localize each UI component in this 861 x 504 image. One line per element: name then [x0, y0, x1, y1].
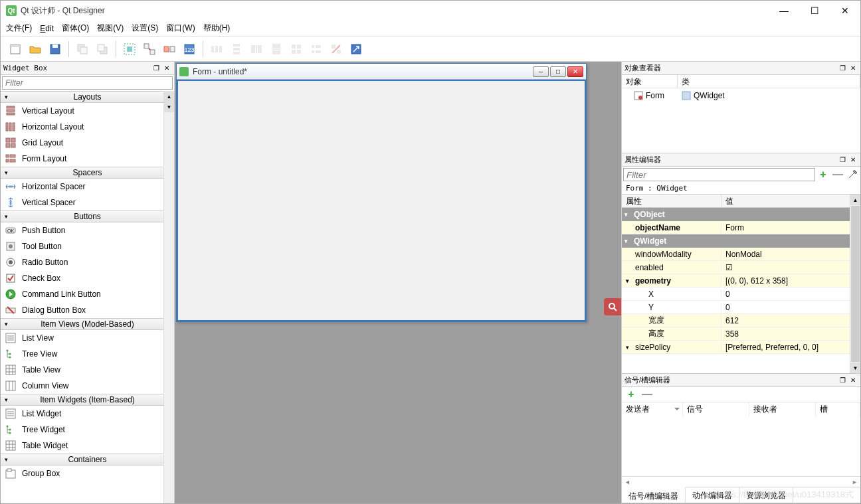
menu-edit[interactable]: Edit: [40, 24, 54, 33]
edit-widgets-icon[interactable]: [120, 40, 139, 58]
menu-form[interactable]: 窗体(O): [62, 23, 89, 34]
scrollbar[interactable]: ▲ ▼: [850, 195, 860, 373]
property-row[interactable]: 高度358: [622, 327, 850, 341]
col-signal[interactable]: 信号: [683, 402, 749, 417]
widget-item[interactable]: List View: [1, 330, 163, 346]
menu-file[interactable]: 文件(F): [6, 23, 32, 34]
dock-close-icon[interactable]: ✕: [848, 155, 858, 165]
design-area[interactable]: Form - untitled* – □ ✕: [175, 62, 621, 503]
edit-signals-icon[interactable]: [140, 40, 159, 58]
object-row[interactable]: Form QWidget: [622, 88, 860, 103]
property-table[interactable]: ▾QObjectobjectNameForm▾QWidgetwindowModa…: [622, 208, 850, 373]
widget-item[interactable]: List Widget: [1, 406, 163, 422]
scroll-right-icon[interactable]: ►: [852, 479, 858, 485]
menu-view[interactable]: 视图(V): [97, 23, 124, 34]
new-form-icon[interactable]: [6, 40, 25, 58]
property-value[interactable]: NonModal: [721, 250, 850, 259]
widget-item[interactable]: Radio Button: [1, 254, 163, 270]
scroll-up-icon[interactable]: ▲: [164, 91, 174, 102]
property-value[interactable]: 612: [721, 316, 850, 325]
tab-signal-slot[interactable]: 信号/槽编辑器: [622, 487, 686, 503]
property-row[interactable]: enabled☑: [622, 261, 850, 274]
property-value[interactable]: Form: [721, 223, 850, 232]
category-header[interactable]: ▾Spacers: [1, 167, 163, 179]
col-object[interactable]: 对象: [622, 75, 678, 88]
widget-item[interactable]: Table Widget: [1, 438, 163, 454]
scrollbar[interactable]: ▲ ▼: [163, 91, 174, 503]
col-value[interactable]: 值: [721, 195, 850, 207]
scroll-down-icon[interactable]: ▼: [164, 102, 174, 112]
save-icon[interactable]: [46, 40, 64, 58]
form-close-icon[interactable]: ✕: [567, 66, 583, 77]
widget-item[interactable]: Group Box: [1, 465, 163, 481]
search-fab-icon[interactable]: [604, 298, 621, 315]
remove-signal-icon[interactable]: —: [640, 388, 654, 401]
form-canvas[interactable]: [177, 80, 586, 321]
form-titlebar[interactable]: Form - untitled* – □ ✕: [177, 64, 586, 80]
property-filter-input[interactable]: [623, 168, 815, 181]
widget-list[interactable]: ▾LayoutsVertical LayoutHorizontal Layout…: [1, 91, 163, 503]
category-header[interactable]: ▾Item Views (Model-Based): [1, 318, 163, 330]
property-value[interactable]: 0: [721, 303, 850, 312]
widget-item[interactable]: Tree View: [1, 346, 163, 362]
property-row[interactable]: 宽度612: [622, 314, 850, 327]
property-row[interactable]: X0: [622, 288, 850, 301]
widget-item[interactable]: Form Layout: [1, 151, 163, 167]
remove-property-icon[interactable]: —: [831, 168, 844, 181]
property-value[interactable]: [Preferred, Preferred, 0, 0]: [721, 343, 850, 352]
menu-settings[interactable]: 设置(S): [132, 23, 158, 34]
property-row[interactable]: objectNameForm: [622, 221, 850, 234]
dock-close-icon[interactable]: ✕: [848, 376, 858, 385]
edit-taborder-icon[interactable]: 123: [180, 40, 199, 58]
widget-item[interactable]: Horizontal Spacer: [1, 179, 163, 195]
form-maximize-icon[interactable]: □: [550, 66, 566, 77]
property-row[interactable]: windowModalityNonModal: [622, 248, 850, 261]
send-back-icon[interactable]: [73, 40, 92, 58]
widget-item[interactable]: Command Link Button: [1, 286, 163, 302]
form-minimize-icon[interactable]: –: [533, 66, 549, 77]
property-value[interactable]: [(0, 0), 612 x 358]: [721, 276, 850, 286]
widget-filter-input[interactable]: [2, 76, 173, 90]
tab-resource-browser[interactable]: 资源浏览器: [739, 487, 793, 503]
layout-grid-icon[interactable]: [287, 40, 306, 58]
menu-window[interactable]: 窗口(W): [166, 23, 195, 34]
configure-icon[interactable]: [846, 168, 859, 181]
expand-icon[interactable]: ▾: [626, 278, 629, 284]
edit-buddies-icon[interactable]: [160, 40, 179, 58]
layout-hsplit-icon[interactable]: [247, 40, 266, 58]
add-signal-icon[interactable]: +: [624, 388, 638, 401]
col-sender[interactable]: 发送者: [622, 402, 683, 417]
property-value[interactable]: 358: [721, 329, 850, 339]
form-window[interactable]: Form - untitled* – □ ✕: [176, 63, 587, 322]
property-group[interactable]: ▾QWidget: [622, 234, 850, 248]
property-group[interactable]: ▾QObject: [622, 208, 850, 221]
category-header[interactable]: ▾Item Widgets (Item-Based): [1, 394, 163, 406]
layout-vsplit-icon[interactable]: [267, 40, 286, 58]
widget-item[interactable]: Grid Layout: [1, 135, 163, 151]
widget-item[interactable]: Column View: [1, 378, 163, 394]
category-header[interactable]: ▾Containers: [1, 454, 163, 465]
widget-item[interactable]: OKPush Button: [1, 222, 163, 238]
dock-float-icon[interactable]: ❐: [838, 155, 847, 165]
dock-float-icon[interactable]: ❐: [151, 64, 161, 73]
adjust-size-icon[interactable]: [347, 40, 365, 58]
widget-item[interactable]: Vertical Spacer: [1, 195, 163, 210]
col-slot[interactable]: 槽: [816, 402, 860, 417]
widget-item[interactable]: Horizontal Layout: [1, 119, 163, 135]
widget-item[interactable]: Tree Widget: [1, 422, 163, 438]
widget-item[interactable]: Check Box: [1, 270, 163, 286]
minimize-button[interactable]: —: [769, 1, 799, 21]
property-value[interactable]: ☑: [721, 263, 850, 272]
category-header[interactable]: ▾Layouts: [1, 91, 163, 103]
property-row[interactable]: ▾sizePolicy[Preferred, Preferred, 0, 0]: [622, 341, 850, 354]
dock-float-icon[interactable]: ❐: [838, 376, 847, 385]
layout-horizontal-icon[interactable]: [207, 40, 226, 58]
add-property-icon[interactable]: +: [816, 168, 830, 181]
widget-item[interactable]: Tool Button: [1, 238, 163, 254]
menu-help[interactable]: 帮助(H): [203, 23, 231, 34]
scroll-left-icon[interactable]: ◄: [624, 479, 630, 485]
widget-item[interactable]: Dialog Button Box: [1, 302, 163, 318]
col-receiver[interactable]: 接收者: [749, 402, 816, 417]
scroll-up-icon[interactable]: ▲: [850, 195, 860, 205]
tab-action-editor[interactable]: 动作编辑器: [686, 487, 739, 503]
